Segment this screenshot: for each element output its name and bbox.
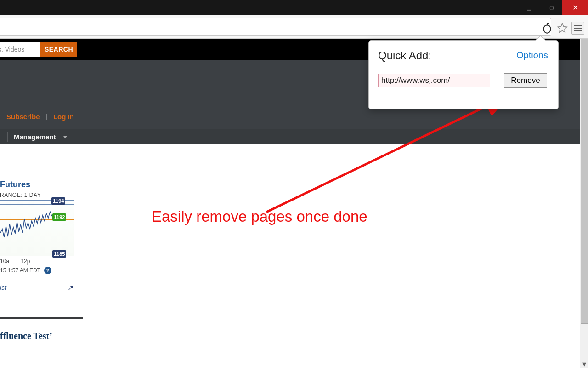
range-label: RANGE: 1 DAY <box>0 192 41 198</box>
browser-toolbar <box>0 15 588 39</box>
browser-menu-icon[interactable] <box>571 22 584 34</box>
chart-timestamp: 15 1:57 AM EDT <box>0 267 40 274</box>
chart-value-low: 1185 <box>52 250 66 258</box>
page-scrollbar[interactable]: ▴ ▾ <box>580 39 588 368</box>
window-close-button[interactable]: ✕ <box>562 0 588 15</box>
xaxis-tick: 12p <box>21 258 30 264</box>
annotation-text: Easily remove pages once done <box>152 208 368 225</box>
chart-xaxis: 10a 12p <box>0 258 40 264</box>
quick-add-popup: Quick Add: Options Remove <box>368 40 559 109</box>
address-bar[interactable] <box>0 18 551 36</box>
quick-add-url-input[interactable] <box>378 74 490 87</box>
window-titlebar: ▁ ▢ ✕ <box>0 0 588 15</box>
account-links: Subscribe Log In <box>6 113 74 121</box>
chart-line-icon <box>0 201 74 256</box>
site-search-button[interactable]: SEARCH <box>40 42 77 57</box>
futures-chart[interactable] <box>0 200 74 256</box>
scroll-down-icon[interactable]: ▾ <box>580 360 588 368</box>
article-headline-fragment[interactable]: ffluence Test’ <box>0 331 52 341</box>
window-minimize-button[interactable]: ▁ <box>518 0 540 15</box>
chevron-down-icon <box>63 136 67 138</box>
futures-heading[interactable]: Futures <box>0 180 87 192</box>
horizontal-rule <box>0 161 87 161</box>
page-viewport: s, Videos SEARCH Subscribe Log In Manage… <box>0 39 580 368</box>
sidebar-column: Futures RANGE: 1 DAY 1194 1192 1185 10a … <box>0 161 87 192</box>
share-icon[interactable]: ↗ <box>68 283 74 292</box>
xaxis-tick: 10a <box>0 258 9 264</box>
vertical-divider-icon <box>46 114 47 120</box>
bookmark-star-icon[interactable] <box>557 23 568 34</box>
login-link[interactable]: Log In <box>53 113 74 121</box>
scrollbar-thumb[interactable] <box>581 39 588 324</box>
help-icon[interactable]: ? <box>44 267 51 274</box>
remove-button[interactable]: Remove <box>504 73 547 88</box>
nav-divider-icon <box>7 132 8 142</box>
window-maximize-button[interactable]: ▢ <box>540 0 562 15</box>
extension-apple-icon[interactable] <box>541 22 553 34</box>
site-search-input[interactable]: s, Videos <box>0 42 40 57</box>
subscribe-link[interactable]: Subscribe <box>6 113 40 121</box>
nav-item-management[interactable]: Management <box>14 129 56 145</box>
options-link[interactable]: Options <box>516 50 548 61</box>
chart-value-high: 1194 <box>51 197 65 205</box>
chart-value-current: 1192 <box>52 213 66 221</box>
ist-link[interactable]: ist <box>0 284 6 291</box>
thick-horizontal-rule <box>0 317 83 319</box>
site-navbar: Management <box>0 129 580 144</box>
